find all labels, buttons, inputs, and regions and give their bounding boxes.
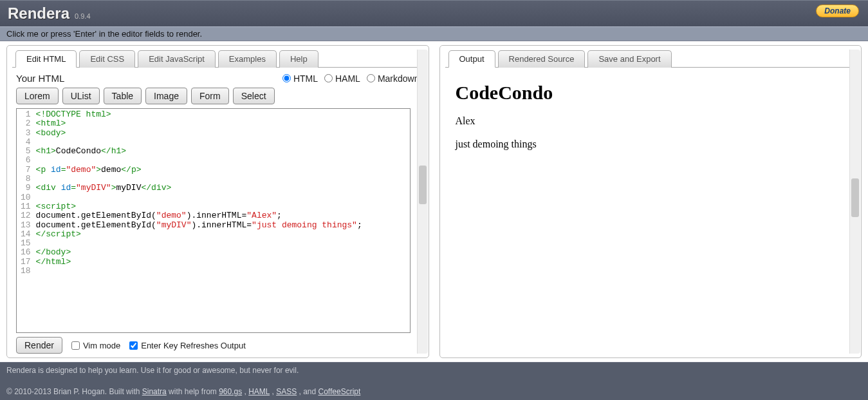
tab-output[interactable]: Output bbox=[448, 50, 495, 68]
tab-rendered-source[interactable]: Rendered Source bbox=[498, 50, 586, 68]
code-area[interactable]: <!DOCTYPE html><html><body> <h1>CodeCond… bbox=[33, 109, 365, 277]
tab-edit-javascript[interactable]: Edit JavaScript bbox=[138, 50, 216, 68]
tab-examples[interactable]: Examples bbox=[218, 50, 277, 68]
tab-save-and-export[interactable]: Save and Export bbox=[587, 50, 671, 68]
tab-help[interactable]: Help bbox=[279, 50, 319, 68]
enter-checkbox[interactable] bbox=[129, 341, 138, 350]
vim-checkbox[interactable] bbox=[71, 341, 80, 350]
scrollbar-thumb[interactable] bbox=[851, 178, 859, 217]
render-button[interactable]: Render bbox=[16, 337, 62, 354]
radio-input-haml[interactable] bbox=[324, 74, 333, 82]
output-p1: Alex bbox=[456, 115, 837, 127]
vim-mode-toggle[interactable]: Vim mode bbox=[71, 341, 120, 350]
tab-edit-css[interactable]: Edit CSS bbox=[79, 50, 135, 68]
form-button[interactable]: Form bbox=[191, 88, 229, 104]
footer-credits: © 2010-2013 Brian P. Hogan. Built with S… bbox=[0, 378, 868, 400]
left-tabs: Edit HTMLEdit CSSEdit JavaScriptExamples… bbox=[12, 50, 423, 68]
scrollbar-thumb[interactable] bbox=[419, 166, 427, 204]
link-sass[interactable]: SASS bbox=[276, 387, 297, 396]
link-haml[interactable]: HAML bbox=[248, 387, 270, 396]
output-p2: just demoing things bbox=[456, 138, 837, 150]
app-header: Rendera 0.9.4 Donate bbox=[0, 0, 868, 26]
line-gutter: 123456789101112131415161718 bbox=[17, 109, 33, 277]
ulist-button[interactable]: UList bbox=[62, 88, 100, 104]
editor-bottombar: Render Vim mode Enter Key Refreshes Outp… bbox=[12, 333, 423, 354]
table-button[interactable]: Table bbox=[104, 88, 142, 104]
link-sinatra[interactable]: Sinatra bbox=[142, 387, 167, 396]
right-scrollbar[interactable] bbox=[849, 50, 860, 354]
lorem-button[interactable]: Lorem bbox=[16, 88, 59, 104]
html-editor[interactable]: 123456789101112131415161718 <!DOCTYPE ht… bbox=[16, 108, 411, 333]
footer-tagline: Rendera is designed to help you learn. U… bbox=[0, 362, 868, 378]
app-version: 0.9.4 bbox=[75, 12, 90, 20]
donate-button[interactable]: Donate bbox=[816, 5, 859, 17]
radio-html[interactable]: HTML bbox=[282, 73, 318, 84]
radio-markdown[interactable]: Markdown bbox=[367, 73, 420, 84]
tab-edit-html[interactable]: Edit HTML bbox=[15, 50, 77, 68]
hint-bar[interactable]: Click me or press 'Enter' in the editor … bbox=[0, 26, 868, 41]
radio-input-html[interactable] bbox=[282, 74, 291, 82]
enter-refresh-toggle[interactable]: Enter Key Refreshes Output bbox=[129, 341, 246, 350]
select-button[interactable]: Select bbox=[233, 88, 275, 104]
right-tabs: OutputRendered SourceSave and Export bbox=[445, 50, 856, 68]
left-panel: Edit HTMLEdit CSSEdit JavaScriptExamples… bbox=[6, 45, 429, 358]
left-scrollbar[interactable] bbox=[417, 50, 428, 354]
right-panel: OutputRendered SourceSave and Export Cod… bbox=[439, 45, 862, 358]
snippet-buttons: LoremUListTableImageFormSelect bbox=[12, 88, 423, 108]
image-button[interactable]: Image bbox=[145, 88, 187, 104]
app-title: Rendera bbox=[8, 5, 69, 23]
link-coffeescript[interactable]: CoffeeScript bbox=[319, 387, 361, 396]
format-radios: HTMLHAMLMarkdown bbox=[282, 73, 420, 84]
output-frame: CodeCondo Alex just demoing things bbox=[449, 73, 844, 354]
your-html-label: Your HTML bbox=[16, 73, 64, 84]
output-heading: CodeCondo bbox=[456, 82, 837, 104]
radio-input-markdown[interactable] bbox=[367, 74, 375, 82]
editor-header-row: Your HTML HTMLHAMLMarkdown bbox=[12, 73, 423, 88]
main-area: Edit HTMLEdit CSSEdit JavaScriptExamples… bbox=[0, 41, 868, 362]
link-960gs[interactable]: 960.gs bbox=[219, 387, 242, 396]
radio-haml[interactable]: HAML bbox=[324, 73, 360, 84]
